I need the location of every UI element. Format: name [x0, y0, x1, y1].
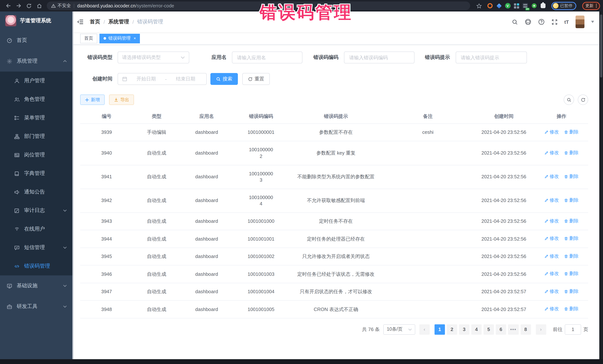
sidebar-item-sms-mgmt[interactable]: 短信管理: [0, 238, 73, 257]
sidebar-item-error-code[interactable]: 错误码管理: [0, 257, 73, 276]
sidebar-item-dev-tools[interactable]: 研发工具: [0, 296, 73, 317]
browser-forward-icon[interactable]: [14, 2, 23, 10]
user-avatar[interactable]: [576, 16, 584, 28]
delete-link[interactable]: 删除: [564, 150, 579, 156]
tab-home[interactable]: 首页: [80, 33, 97, 43]
fullscreen-icon[interactable]: [551, 19, 557, 25]
github-icon[interactable]: [524, 19, 531, 25]
page-size-select[interactable]: 10条/页: [383, 324, 416, 334]
refresh-table-icon[interactable]: [578, 95, 588, 105]
delete-link[interactable]: 删除: [564, 197, 579, 203]
edit-link[interactable]: 修改: [544, 271, 559, 277]
app-name-input[interactable]: [236, 54, 298, 61]
toggle-search-icon[interactable]: [564, 95, 574, 105]
breadcrumb-system[interactable]: 系统管理: [108, 19, 129, 25]
sidebar-item-role-mgmt[interactable]: 角色管理: [0, 90, 73, 109]
trash-icon: [564, 236, 568, 241]
pager-page-1[interactable]: 1: [435, 324, 445, 334]
sidebar-item-menu-mgmt[interactable]: 菜单管理: [0, 109, 73, 127]
sidebar-collapse-icon[interactable]: [73, 19, 87, 25]
extension-icon-4[interactable]: [513, 3, 519, 9]
browser-menu-icon[interactable]: [596, 4, 597, 8]
delete-link[interactable]: 删除: [564, 236, 579, 242]
table-header-row: 编号 类型 应用名 错误码编码 错误码提示 备注 创建时间 操作: [80, 109, 588, 124]
browser-reload-icon[interactable]: [25, 2, 33, 10]
delete-link[interactable]: 删除: [564, 218, 579, 224]
export-button[interactable]: 导出: [109, 95, 134, 105]
edit-link[interactable]: 修改: [544, 129, 559, 135]
extension-icon-5[interactable]: on: [522, 3, 528, 9]
edit-link[interactable]: 修改: [544, 306, 559, 312]
cell-id: 3939: [80, 124, 133, 141]
sidebar-item-user-mgmt[interactable]: 用户管理: [0, 72, 73, 90]
pager-page-5[interactable]: 5: [484, 324, 494, 334]
font-size-icon[interactable]: tT: [564, 19, 569, 25]
header-search-icon[interactable]: [511, 19, 518, 25]
sidebar-item-online-users[interactable]: 在线用户: [0, 220, 73, 238]
delete-link[interactable]: 删除: [564, 174, 579, 180]
pager-page-6[interactable]: 6: [496, 324, 506, 334]
scrollbar-thumb[interactable]: [600, 14, 602, 77]
sidebar-item-post-mgmt[interactable]: 岗位管理: [0, 146, 73, 164]
sidebar-item-notice-mgmt[interactable]: 通知公告: [0, 183, 73, 201]
gear-icon: [7, 58, 12, 64]
pagination: 共 76 条 10条/页 ‹ 123456•••8 › 前往 页: [80, 324, 588, 334]
sidebar-logo[interactable]: 芋道管理系统: [0, 11, 73, 30]
breadcrumb-home[interactable]: 首页: [90, 19, 100, 25]
reset-button[interactable]: 重置: [242, 73, 270, 85]
delete-link[interactable]: 删除: [564, 253, 579, 259]
avatar-caret-icon[interactable]: [591, 21, 594, 23]
edit-link[interactable]: 修改: [544, 197, 559, 203]
pager-page-4[interactable]: 4: [471, 324, 482, 334]
profile-paused-badge[interactable]: 已暂停: [551, 2, 576, 10]
cell-app: dashboard: [180, 165, 233, 189]
active-tab-dot: [104, 37, 106, 40]
extension-icon-1[interactable]: [487, 3, 493, 9]
error-msg-input[interactable]: [460, 54, 522, 61]
jump-page-input[interactable]: [565, 324, 581, 334]
delete-link[interactable]: 删除: [564, 129, 579, 135]
edit-link[interactable]: 修改: [544, 288, 559, 295]
browser-home-icon[interactable]: [35, 2, 43, 10]
pager-page-2[interactable]: 2: [447, 324, 457, 334]
pager-page-8[interactable]: 8: [521, 324, 531, 334]
edit-link[interactable]: 修改: [544, 174, 559, 180]
edit-link[interactable]: 修改: [544, 236, 559, 242]
browser-back-icon[interactable]: [4, 2, 12, 10]
delete-link[interactable]: 删除: [564, 271, 579, 277]
delete-link[interactable]: 删除: [564, 288, 579, 295]
pager-ellipsis[interactable]: •••: [508, 324, 519, 334]
url-bar[interactable]: 不安全 dashboard.yudao.iocoder.cn/system/er…: [47, 1, 470, 10]
cell-id: 3943: [80, 213, 133, 230]
edit-link[interactable]: 修改: [544, 218, 559, 224]
edit-link[interactable]: 修改: [544, 253, 559, 259]
add-button[interactable]: 新增: [80, 95, 105, 105]
extension-icon-6[interactable]: [531, 3, 537, 9]
pager-prev-button[interactable]: ‹: [419, 324, 430, 334]
delete-link[interactable]: 删除: [564, 306, 579, 312]
error-type-select[interactable]: 请选择错误码类型: [118, 52, 189, 63]
sidebar-item-dict-mgmt[interactable]: 字典管理: [0, 164, 73, 183]
window-scrollbar[interactable]: [599, 11, 603, 359]
sidebar-item-infra[interactable]: 基础设施: [0, 276, 73, 296]
pencil-icon: [544, 175, 548, 179]
search-button-icon: [216, 77, 221, 81]
edit-link[interactable]: 修改: [544, 150, 559, 156]
tab-error-code[interactable]: 错误码管理 ×: [99, 33, 140, 43]
sidebar-item-home[interactable]: 首页: [0, 30, 73, 51]
pager-page-3[interactable]: 3: [459, 324, 469, 334]
sidebar-item-system[interactable]: 系统管理: [0, 51, 73, 72]
extension-icon-2[interactable]: [496, 3, 502, 9]
tab-close-icon[interactable]: ×: [134, 36, 136, 40]
sidebar-item-audit-log[interactable]: 审计日志: [0, 201, 73, 220]
search-button[interactable]: 搜索: [210, 73, 238, 85]
extension-icon-7[interactable]: [540, 3, 546, 9]
date-range-picker[interactable]: 开始日期 - 结束日期: [118, 73, 207, 85]
extension-icon-3[interactable]: V: [505, 3, 510, 9]
bookmark-star-icon[interactable]: [475, 2, 483, 10]
sidebar-item-dept-mgmt[interactable]: 部门管理: [0, 127, 73, 146]
browser-update-button[interactable]: 更新: [582, 2, 600, 10]
help-icon[interactable]: [538, 19, 545, 25]
pager-next-button[interactable]: ›: [536, 324, 546, 334]
error-code-input[interactable]: [348, 54, 410, 61]
